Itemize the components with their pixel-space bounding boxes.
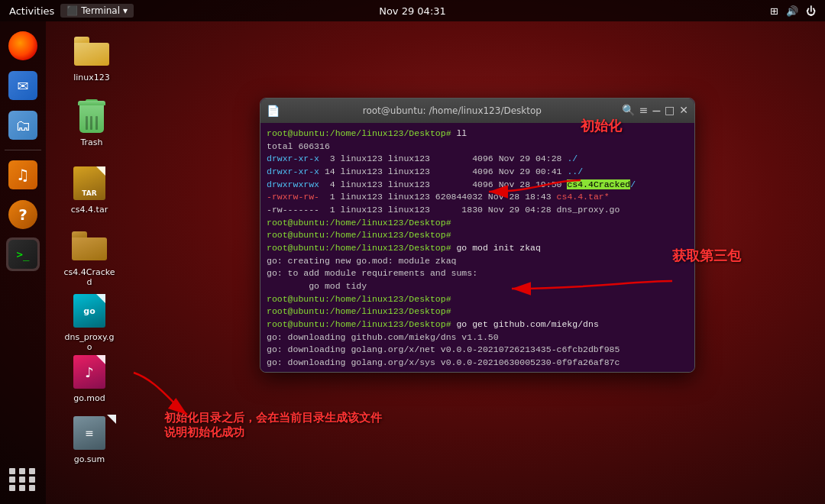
dnsproxy-label: dns_proxy.go bbox=[63, 332, 116, 352]
linux123-label: linux123 bbox=[73, 73, 110, 82]
topbar-datetime: Nov 29 04:31 bbox=[379, 5, 446, 17]
cs44tar-label: cs4.4.tar bbox=[71, 205, 108, 215]
dock-separator bbox=[5, 150, 41, 150]
activities-button[interactable]: Activities bbox=[9, 5, 54, 17]
terminal-line: root@ubuntu:/home/linux123/Desktop# go g… bbox=[267, 318, 688, 331]
terminal-line: root@ubuntu:/home/linux123/Desktop# bbox=[267, 217, 688, 230]
dock-item-firefox[interactable] bbox=[6, 29, 40, 63]
dnsproxy-icon: go bbox=[71, 292, 108, 329]
terminal-tab-label: Terminal bbox=[81, 5, 120, 16]
terminal-dock-icon: >_ bbox=[8, 240, 37, 269]
terminal-body[interactable]: root@ubuntu:/home/linux123/Desktop# ll t… bbox=[260, 123, 694, 372]
files-icon: 🗂 bbox=[8, 111, 37, 140]
music-icon: ♫ bbox=[8, 160, 37, 189]
terminal-line: go: downloading golang.org/x/tools v0.1.… bbox=[267, 370, 688, 372]
cs44tar-icon: TAR bbox=[71, 165, 108, 202]
gosum-icon: ≡ bbox=[71, 415, 108, 451]
topbar: Activities ⬛ Terminal ▾ Nov 29 04:31 ⊞ 🔊… bbox=[0, 0, 825, 21]
desktop-icon-dnsproxy[interactable]: go dns_proxy.go bbox=[63, 292, 116, 352]
terminal-line: root@ubuntu:/home/linux123/Desktop# go m… bbox=[267, 242, 688, 255]
terminal-line: root@ubuntu:/home/linux123/Desktop# bbox=[267, 293, 688, 306]
volume-icon: 🔊 bbox=[786, 5, 798, 17]
terminal-line: root@ubuntu:/home/linux123/Desktop# ll bbox=[267, 128, 688, 141]
desktop-icon-trash[interactable]: Trash bbox=[65, 98, 118, 147]
trash-icon bbox=[73, 98, 110, 134]
trash-label: Trash bbox=[80, 137, 102, 147]
maximize-icon[interactable]: □ bbox=[665, 104, 675, 118]
dock-item-help[interactable]: ? bbox=[6, 198, 40, 231]
gomod-label: go.mod bbox=[73, 393, 105, 403]
search-icon[interactable]: 🔍 bbox=[622, 104, 635, 118]
apps-grid-icon bbox=[8, 465, 37, 494]
cs44cracked-label: cs4.4Cracked bbox=[63, 267, 116, 287]
firefox-icon bbox=[8, 31, 37, 60]
terminal-title-icons: 🔍 ≡ ─ □ ✕ bbox=[622, 104, 688, 118]
terminal-line: -rw------- 1 linux123 linux123 1830 Nov … bbox=[267, 204, 688, 217]
desktop-area: linux123 Trash TAR bbox=[46, 21, 825, 504]
terminal-window: 📄 root@ubuntu: /home/linux123/Desktop 🔍 … bbox=[260, 98, 695, 373]
terminal-line: go: downloading golang.org/x/sys v0.0.0-… bbox=[267, 357, 688, 370]
menu-icon[interactable]: ≡ bbox=[639, 104, 649, 118]
terminal-dropdown-icon: ▾ bbox=[123, 5, 128, 16]
desktop-icon-linux123[interactable]: linux123 bbox=[65, 33, 118, 82]
mail-icon: ✉ bbox=[8, 71, 37, 100]
terminal-titlebar: 📄 root@ubuntu: /home/linux123/Desktop 🔍 … bbox=[260, 99, 694, 123]
dock-item-apps[interactable] bbox=[6, 463, 40, 496]
dock-item-files[interactable]: 🗂 bbox=[6, 108, 40, 142]
terminal-line: -rwxrw-rw- 1 linux123 linux123 620844032… bbox=[267, 191, 688, 204]
cs44cracked-icon bbox=[71, 228, 108, 264]
terminal-title: root@ubuntu: /home/linux123/Desktop bbox=[287, 105, 617, 116]
terminal-line: drwxr-xr-x 3 linux123 linux123 4096 Nov … bbox=[267, 153, 688, 166]
annotation-success: 初始化目录之后，会在当前目录生成该文件 说明初始化成功 bbox=[164, 411, 382, 440]
terminal-line: total 606316 bbox=[267, 141, 688, 153]
annotation-success-line2: 说明初始化成功 bbox=[164, 425, 382, 440]
dock: ✉ 🗂 ♫ ? >_ bbox=[0, 21, 46, 504]
terminal-file-icon: 📄 bbox=[267, 105, 280, 117]
help-icon: ? bbox=[8, 200, 37, 229]
power-icon: ⏻ bbox=[806, 5, 816, 17]
terminal-line: root@ubuntu:/home/linux123/Desktop# bbox=[267, 229, 688, 242]
desktop-icon-gomod[interactable]: ♪ go.mod bbox=[63, 354, 116, 403]
dock-item-mail[interactable]: ✉ bbox=[6, 69, 40, 102]
topbar-left: Activities ⬛ Terminal ▾ bbox=[9, 4, 134, 18]
terminal-line: go mod tidy bbox=[267, 280, 688, 293]
gomod-icon: ♪ bbox=[71, 354, 108, 390]
gosum-label: go.sum bbox=[74, 454, 105, 464]
dock-item-music[interactable]: ♫ bbox=[6, 158, 40, 192]
terminal-line: go: downloading github.com/miekg/dns v1.… bbox=[267, 331, 688, 344]
minimize-icon[interactable]: ─ bbox=[652, 104, 660, 118]
terminal-line: go: to add module requirements and sums: bbox=[267, 267, 688, 280]
terminal-line: drwxr-xr-x 14 linux123 linux123 4096 Nov… bbox=[267, 166, 688, 179]
annotation-success-line1: 初始化目录之后，会在当前目录生成该文件 bbox=[164, 411, 382, 425]
terminal-icon: ⬛ bbox=[66, 5, 78, 16]
linux123-folder-icon bbox=[73, 33, 110, 69]
arrow-success bbox=[111, 365, 202, 426]
terminal-line: go: creating new go.mod: module zkaq bbox=[267, 255, 688, 268]
desktop-icon-cs44tar[interactable]: TAR cs4.4.tar bbox=[63, 165, 116, 215]
terminal-line: go: downloading golang.org/x/net v0.0.0-… bbox=[267, 344, 688, 357]
terminal-line: root@ubuntu:/home/linux123/Desktop# bbox=[267, 305, 688, 318]
desktop-icon-gosum[interactable]: ≡ go.sum bbox=[63, 415, 116, 464]
terminal-line: drwxrwxrwx 4 linux123 linux123 4096 Nov … bbox=[267, 179, 688, 192]
network-icon: ⊞ bbox=[770, 5, 778, 17]
dock-item-terminal[interactable]: >_ bbox=[6, 237, 40, 271]
desktop-icon-cs44cracked[interactable]: cs4.4Cracked bbox=[63, 228, 116, 287]
close-icon[interactable]: ✕ bbox=[679, 104, 688, 118]
terminal-tab[interactable]: ⬛ Terminal ▾ bbox=[60, 4, 134, 18]
topbar-right: ⊞ 🔊 ⏻ bbox=[770, 5, 816, 17]
